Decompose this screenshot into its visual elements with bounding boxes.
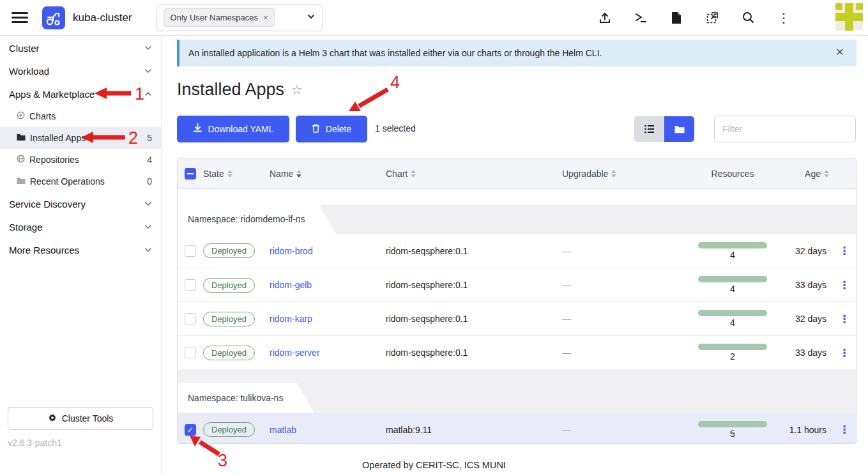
column-header-age[interactable]: Age bbox=[783, 169, 833, 179]
namespace-group-header: Namespace: ridomdemo-lf-ns bbox=[178, 204, 856, 234]
age-cell: 32 days bbox=[783, 246, 833, 256]
sort-carets-icon bbox=[296, 170, 301, 178]
repositories-count: 4 bbox=[147, 155, 152, 165]
excavator-icon bbox=[45, 10, 62, 26]
resources-bar bbox=[698, 344, 767, 350]
header-kebab-icon[interactable]: ⋮ bbox=[776, 10, 791, 26]
footer-text: Operated by CERIT-SC, ICS MUNI bbox=[0, 460, 868, 470]
kubeconfig-file-icon[interactable] bbox=[669, 10, 684, 26]
row-checkbox[interactable] bbox=[185, 279, 196, 291]
app-name-link[interactable]: matlab bbox=[270, 425, 386, 435]
sidebar-item-apps-marketplace[interactable]: Apps & Marketplace bbox=[0, 82, 161, 105]
search-icon[interactable] bbox=[740, 10, 756, 26]
folder-icon bbox=[17, 133, 26, 143]
resources-cell: 2 bbox=[682, 344, 783, 362]
namespace-tab: Namespace: tulikova-ns bbox=[178, 383, 314, 413]
table-row-selected[interactable]: Deployed matlab matlab:9.11 — 5 1.1 hour… bbox=[178, 413, 856, 444]
app-name-link[interactable]: ridom-gelb bbox=[270, 280, 386, 290]
list-icon bbox=[644, 125, 655, 134]
user-avatar[interactable] bbox=[835, 3, 863, 31]
copy-kubeconfig-icon[interactable] bbox=[704, 10, 720, 26]
view-toggle bbox=[634, 116, 694, 142]
row-kebab-icon[interactable]: ⋮ bbox=[833, 423, 856, 436]
status-badge: Deployed bbox=[203, 243, 255, 258]
table-row[interactable]: Deployed ridom-karp ridom-seqsphere:0.1 … bbox=[178, 302, 856, 335]
chart-cell: ridom-seqsphere:0.1 bbox=[386, 246, 562, 256]
sidebar-item-workload[interactable]: Workload bbox=[0, 59, 161, 82]
table-row[interactable]: Deployed ridom-brod ridom-seqsphere:0.1 … bbox=[178, 234, 856, 268]
sidebar-item-storage[interactable]: Storage bbox=[0, 215, 161, 238]
row-kebab-icon[interactable]: ⋮ bbox=[833, 346, 856, 360]
selected-count: 1 selected bbox=[375, 123, 416, 134]
namespace-group-header: Namespace: tulikova-ns bbox=[178, 383, 856, 413]
chart-cell: ridom-seqsphere:0.1 bbox=[386, 348, 562, 358]
installed-apps-table: State Name Chart Upgradable Resources Ag… bbox=[177, 158, 857, 444]
chevron-down-icon bbox=[144, 66, 152, 77]
sidebar: Cluster Workload Apps & Marketplace Char… bbox=[0, 35, 162, 474]
charts-icon bbox=[17, 111, 25, 121]
namespace-tab: Namespace: ridomdemo-lf-ns bbox=[178, 204, 336, 234]
folder-icon bbox=[674, 125, 685, 134]
column-header-resources: Resources bbox=[682, 169, 783, 179]
chart-cell: ridom-seqsphere:0.1 bbox=[386, 314, 562, 324]
select-all-checkbox[interactable] bbox=[185, 168, 196, 180]
sidebar-item-service-discovery[interactable]: Service Discovery bbox=[0, 192, 161, 215]
sidebar-item-repositories[interactable]: Repositories 4 bbox=[0, 149, 161, 171]
banner-close-icon[interactable]: × bbox=[836, 45, 844, 58]
namespace-filter-select[interactable]: Only User Namespaces × bbox=[156, 4, 323, 31]
favorite-star-icon[interactable]: ☆ bbox=[291, 82, 303, 98]
column-header-state[interactable]: State bbox=[203, 169, 270, 179]
row-checkbox[interactable] bbox=[185, 313, 196, 325]
column-header-upgradable[interactable]: Upgradable bbox=[562, 169, 682, 179]
filter-input[interactable] bbox=[714, 116, 856, 142]
installed-apps-count: 5 bbox=[147, 133, 152, 143]
sidebar-item-installed-apps[interactable]: Installed Apps 5 bbox=[0, 127, 161, 149]
delete-button[interactable]: Delete bbox=[296, 116, 367, 142]
hamburger-menu-icon[interactable] bbox=[11, 10, 28, 26]
cluster-logo[interactable] bbox=[42, 6, 65, 29]
sidebar-item-more-resources[interactable]: More Resources bbox=[0, 238, 161, 261]
resources-cell: 4 bbox=[682, 276, 783, 294]
app-name-link[interactable]: ridom-brod bbox=[270, 246, 386, 256]
sidebar-item-recent-operations[interactable]: Recent Operations 0 bbox=[0, 171, 161, 192]
app-name-link[interactable]: ridom-server bbox=[270, 348, 386, 358]
sidebar-item-cluster[interactable]: Cluster bbox=[0, 36, 161, 59]
row-kebab-icon[interactable]: ⋮ bbox=[833, 312, 856, 326]
row-kebab-icon[interactable]: ⋮ bbox=[833, 244, 856, 257]
download-yaml-button[interactable]: Download YAML bbox=[177, 116, 289, 142]
sort-carets-icon bbox=[227, 170, 232, 178]
namespace-filter-tag[interactable]: Only User Namespaces × bbox=[164, 8, 275, 27]
row-kebab-icon[interactable]: ⋮ bbox=[833, 279, 856, 292]
recent-operations-count: 0 bbox=[147, 176, 152, 187]
status-badge: Deployed bbox=[203, 278, 255, 293]
cluster-tools-button[interactable]: Cluster Tools bbox=[8, 407, 153, 430]
kubectl-shell-icon[interactable] bbox=[633, 10, 648, 26]
chart-cell: ridom-seqsphere:0.1 bbox=[386, 280, 562, 290]
sort-carets-icon bbox=[611, 170, 616, 178]
resources-bar bbox=[698, 310, 767, 316]
header-actions: ⋮ bbox=[597, 0, 791, 35]
chevron-down-icon bbox=[144, 43, 152, 54]
import-yaml-icon[interactable] bbox=[597, 10, 613, 26]
tag-close-icon[interactable]: × bbox=[263, 13, 268, 22]
row-checkbox-checked[interactable] bbox=[185, 424, 196, 436]
resources-bar bbox=[698, 276, 767, 282]
table-row[interactable]: Deployed ridom-gelb ridom-seqsphere:0.1 … bbox=[178, 268, 856, 302]
chevron-up-icon bbox=[144, 89, 152, 100]
table-header-row: State Name Chart Upgradable Resources Ag… bbox=[178, 159, 856, 189]
age-cell: 1.1 hours bbox=[783, 425, 833, 435]
column-header-chart[interactable]: Chart bbox=[386, 169, 562, 179]
row-checkbox[interactable] bbox=[185, 347, 196, 358]
group-by-namespace-button[interactable] bbox=[664, 116, 694, 142]
upgradable-cell: — bbox=[562, 280, 682, 290]
info-banner-text: An installed application is a Helm 3 cha… bbox=[188, 48, 602, 58]
upgradable-cell: — bbox=[562, 348, 682, 358]
column-header-name[interactable]: Name bbox=[270, 169, 386, 179]
table-row[interactable]: Deployed ridom-server ridom-seqsphere:0.… bbox=[178, 335, 856, 369]
sidebar-item-charts[interactable]: Charts bbox=[0, 105, 161, 127]
app-name-link[interactable]: ridom-karp bbox=[270, 314, 386, 324]
list-view-button[interactable] bbox=[634, 116, 664, 142]
row-checkbox[interactable] bbox=[185, 245, 196, 257]
age-cell: 33 days bbox=[783, 280, 833, 290]
globe-icon bbox=[17, 155, 25, 165]
